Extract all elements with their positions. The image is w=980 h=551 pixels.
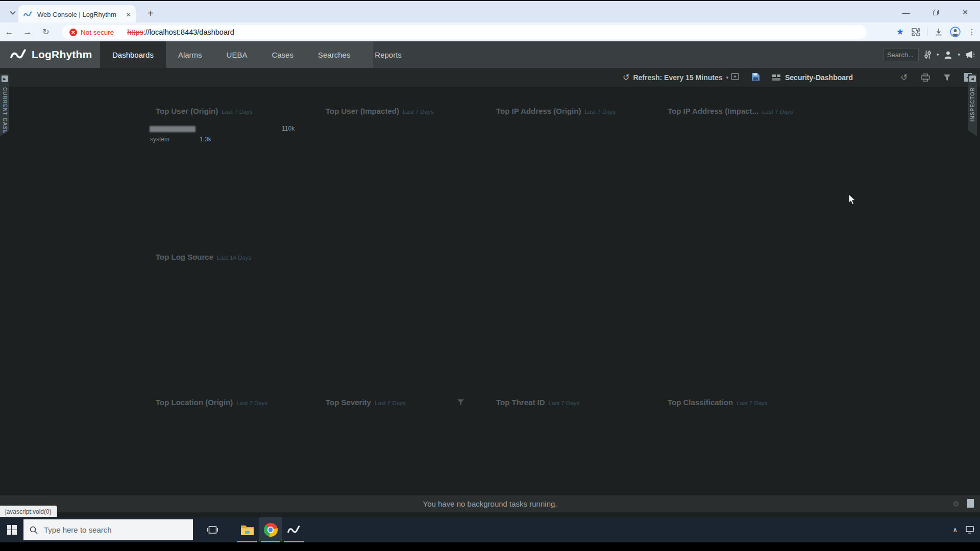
widget-top-ip-origin[interactable]: Top IP Address (Origin)Last 7 Days [496,107,616,116]
mouse-cursor [848,194,856,205]
filter-funnel-icon[interactable] [943,74,951,81]
logrhythm-navbar: LogRhythm Dashboards Alarms UEBA Cases S… [0,41,980,68]
restore-icon [933,10,939,15]
minimize-button[interactable]: — [891,2,921,22]
address-bar[interactable]: ✕ Not secure https://localhost:8443/dash… [62,25,867,39]
forward-button[interactable]: → [18,27,37,37]
inspector-rail[interactable]: ◀ INSPECTOR [968,74,977,136]
reload-button[interactable]: ↻ [37,27,55,37]
filter-caret-icon[interactable]: ▾ [937,52,939,57]
logrhythm-app-icon [287,525,301,535]
add-widget-icon[interactable] [731,72,740,81]
logrhythm-app: LogRhythm Dashboards Alarms UEBA Cases S… [0,41,980,517]
logrhythm-logo-icon [10,48,28,61]
new-tab-button[interactable]: + [144,7,157,20]
dashboard-toolbar: ↺ Refresh: Every 15 Minutes ▾ Security-D… [0,68,980,87]
current-case-expand-icon[interactable]: ▶ [2,76,8,82]
browser-titlebar: Web Console | LogRhythm × + — × [0,0,980,22]
nav-tab-dashboards[interactable]: Dashboards [100,41,166,68]
download-icon[interactable] [935,28,943,36]
dashboard-name: Security-Dashboard [785,73,853,82]
browser-tab[interactable]: Web Console | LogRhythm × [18,5,136,23]
toolbar-divider [927,28,927,36]
file-explorer-button[interactable] [236,517,258,542]
tab-close-icon[interactable]: × [126,10,131,19]
browser-toolbar: ← → ↻ ✕ Not secure https://localhost:844… [0,22,980,41]
widget-top-threat-id[interactable]: Top Threat IDLast 7 Days [496,398,579,407]
taskbar-search-input[interactable] [44,525,172,534]
url-scheme: https [127,28,143,36]
close-button[interactable]: × [950,2,980,22]
bookmark-star-icon[interactable]: ★ [896,27,904,37]
window-controls: — × [891,2,980,22]
brand-name: LogRhythm [32,48,92,61]
toolbar-right-icons: ★ ⋮ [896,22,976,41]
nav-tab-cases[interactable]: Cases [259,41,306,68]
widget-top-ip-impacted[interactable]: Top IP Address (Impact...Last 7 Days [668,107,793,116]
taskbar-search[interactable] [23,519,193,540]
top-user-value: 1.3k [200,136,211,143]
nav-tab-ueba[interactable]: UEBA [214,41,260,68]
system-tray: ∧ [952,517,975,542]
logrhythm-favicon-icon [23,10,33,19]
chrome-taskbar-button[interactable] [259,517,282,542]
top-user-name[interactable]: system [150,136,169,143]
navbar-right: ▾ ▾ [883,41,975,68]
search-input[interactable] [883,48,919,61]
widget-top-user-impacted[interactable]: Top User (Impacted)Last 7 Days [326,107,434,116]
link-status-bubble: javascript:void(0) [0,506,57,517]
user-caret-icon[interactable]: ▾ [958,52,960,57]
back-button[interactable]: ← [0,27,18,37]
chrome-icon [264,523,278,537]
redacted-username-bar[interactable] [150,126,195,132]
refresh-dropdown[interactable]: ↺ Refresh: Every 15 Minutes ▾ [623,68,728,87]
windows-taskbar: ∧ [0,517,980,542]
widget-top-user-origin[interactable]: Top User (Origin)Last 7 Days [156,107,253,116]
save-dashboard-icon[interactable] [751,72,760,81]
dashboard-toolbar-right: ↺ ◀ [901,68,972,87]
current-case-rail[interactable]: ▶ CURRENT CASE [0,74,9,136]
search-icon [30,526,38,534]
nav-tab-searches[interactable]: Searches [306,41,362,68]
task-view-icon [207,525,218,535]
file-explorer-icon [240,524,254,536]
nav-tab-alarms[interactable]: Alarms [166,41,214,68]
tab-search-chevron-icon[interactable] [6,6,19,19]
url-text[interactable]: https://localhost:8443/dashboard [127,28,234,36]
not-secure-label[interactable]: Not secure [81,29,114,36]
nav-tab-reports[interactable]: Reports [362,41,414,68]
filter-sliders-icon[interactable] [924,50,932,60]
background-tasks-message: You have no background tasks running. [423,499,557,508]
task-view-button[interactable] [201,517,224,542]
user-icon[interactable] [944,51,952,59]
windows-logo-icon [7,525,17,535]
settings-gear-icon[interactable]: ⚙ [953,499,960,509]
chrome-menu-icon[interactable]: ⋮ [968,27,976,37]
dashboard-selector[interactable]: Security-Dashboard [772,68,853,87]
undo-icon[interactable]: ↺ [901,72,908,82]
screen: Web Console | LogRhythm × + — × ← → ↻ ✕ … [0,0,980,551]
tray-chevron-up-icon[interactable]: ∧ [952,526,958,534]
widget-top-severity[interactable]: Top SeverityLast 7 Days [326,398,406,407]
severity-filter-funnel-icon[interactable] [457,398,464,406]
current-case-label: CURRENT CASE [2,87,8,134]
background-tasks-bar: You have no background tasks running. ⚙ [0,495,980,512]
tab-title: Web Console | LogRhythm [37,11,122,18]
restore-button[interactable] [921,2,950,22]
widget-top-location-origin[interactable]: Top Location (Origin)Last 7 Days [156,398,267,407]
widget-top-log-source[interactable]: Top Log SourceLast 14 Days [156,253,251,262]
start-button[interactable] [0,517,23,542]
inspector-expand-icon[interactable]: ◀ [969,76,976,82]
network-icon[interactable] [966,526,975,534]
logrhythm-logo: LogRhythm [10,41,92,68]
print-icon[interactable] [921,73,930,82]
tasks-panel-handle[interactable] [967,499,974,508]
widget-top-classification[interactable]: Top ClassificationLast 7 Days [668,398,768,407]
extensions-icon[interactable] [911,28,920,36]
refresh-caret-icon: ▾ [726,75,728,80]
not-secure-icon: ✕ [69,29,77,36]
megaphone-icon[interactable] [965,51,975,59]
logrhythm-taskbar-button[interactable] [283,517,305,542]
profile-avatar-icon[interactable] [950,27,961,37]
top-user-value: 110k [282,125,295,132]
